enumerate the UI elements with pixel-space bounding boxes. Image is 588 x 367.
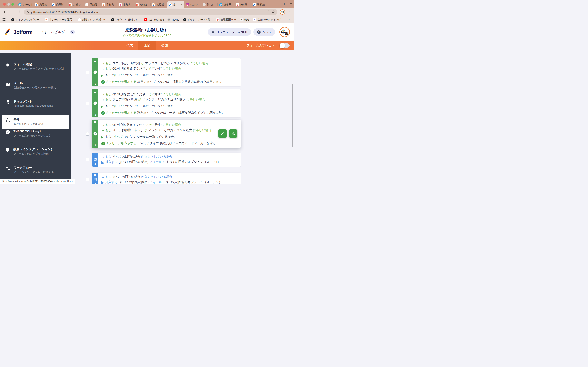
bookmark-item[interactable]: ●アイフラッググルー... (10, 17, 43, 22)
edit-condition-button[interactable] (218, 129, 227, 138)
condition-drag-band[interactable]: ✓2 (92, 89, 98, 117)
play-icon (101, 103, 105, 109)
tab-search-chevron-icon[interactable] (288, 0, 294, 8)
condition-card-3[interactable]: ✓3→もし Q1 性別を教えてください が "男性" に等しい場合→もし スコア… (92, 120, 241, 148)
condition-drag-band[interactable]: ✓3 (92, 120, 98, 148)
drag-handle-icon[interactable] (94, 174, 96, 177)
new-tab-button[interactable]: + (282, 2, 287, 7)
condition-card-2[interactable]: ✓2→もし Q1 性別を教えてください が "男性" に等しい場合→もし スコア… (92, 89, 241, 117)
sidebar-item-workflow[interactable]: ワークフローフォームをワークフローに変える (0, 165, 71, 174)
close-window-button[interactable] (3, 3, 6, 6)
zoom-icon[interactable] (267, 10, 270, 14)
browser-tab[interactable]: 診断結 (251, 2, 268, 8)
browser-tab[interactable]: Pメール｜ (17, 2, 34, 8)
browser-tab[interactable]: P編集画 (218, 2, 234, 8)
form-preview-toggle[interactable] (280, 43, 290, 48)
product-switcher[interactable]: フォームビルダー (40, 30, 75, 34)
sidebar-item-documents[interactable]: ドキュメントTurn submissions into documents (0, 99, 71, 108)
condition-card-5[interactable]: 5→もし すべての回答の結合 が入力されている場合挿入する {すべての回答の結合… (92, 173, 241, 184)
browser-tab[interactable]: 恋愛診 (151, 2, 167, 8)
scrollbar-thumb[interactable] (292, 84, 293, 147)
bookmark-item[interactable]: ●ログイン ‹ 婚活サロ... (110, 17, 142, 22)
bookmarks-overflow-chevron[interactable]: » (288, 18, 292, 21)
browser-tab[interactable]: オ宇都宮 (100, 2, 117, 8)
close-tab-icon[interactable]: × (180, 3, 182, 6)
builder-tab-作成[interactable]: 作成 (121, 41, 138, 50)
account-avatar[interactable]: 恋婚 (279, 27, 290, 37)
browser-tab[interactable]: オ予約履 (84, 2, 100, 8)
builder-nav-tabs: 作成設定公開 (121, 41, 173, 50)
bookmark-item[interactable]: ◍HOME (166, 17, 181, 22)
condition-drag-band[interactable]: ✓1 (92, 58, 98, 86)
jotform-logo[interactable]: Jotform (4, 28, 33, 36)
condition-checkbox[interactable] (86, 178, 89, 182)
sidebar-item-title: フォーム設定 (13, 62, 67, 67)
sidebar-item-conditions[interactable]: 条件条件付きロジックを設定 (2, 115, 69, 129)
bookmark-star-icon[interactable] (272, 10, 275, 14)
apps-grid-icon[interactable] (2, 18, 6, 22)
browser-tab[interactable]: オ宇都宮 (117, 2, 134, 8)
url-text[interactable]: jotform.com/build/251911233633046/settin… (31, 11, 265, 14)
condition-card-4[interactable]: 4→もし すべての回答の結合 が入力されている場合挿入する {すべての回答の結合… (92, 152, 241, 167)
browser-tab[interactable]: MRe: 診 (234, 2, 251, 8)
address-bar[interactable]: jotform.com/build/251911233633046/settin… (24, 9, 277, 15)
bookmark-item[interactable]: G婚活サロン 恋婚 - G... (77, 17, 109, 22)
browser-tab[interactable]: 新しい (201, 2, 218, 8)
zoom-window-button[interactable] (11, 3, 14, 6)
sidebar-item-integrations[interactable]: 統合（インテグレーション）フォームを他のアプリに接続 (0, 147, 71, 156)
browser-tab[interactable]: Mkonka (134, 2, 151, 8)
condition-checkbox[interactable] (86, 71, 89, 74)
sidebar-item-thankyou[interactable]: THANK YOUページフォーム送信後のページを設定 (0, 129, 71, 138)
jotform-favicon-icon (253, 3, 256, 6)
chevron-down-icon[interactable] (70, 30, 75, 34)
add-collaborator-button[interactable]: コラボレーターを追加 (208, 28, 251, 36)
sidebar-item-emails[interactable]: メール自動返信メールや通知メールの設定 (0, 81, 71, 90)
condition-checkbox[interactable] (86, 158, 89, 161)
condition-checkbox[interactable] (86, 101, 89, 105)
bookmark-item[interactable]: M【ホームページ運用... (43, 17, 76, 22)
site-info-icon[interactable] (26, 10, 30, 14)
builder-tab-公開[interactable]: 公開 (156, 41, 173, 50)
help-button[interactable]: ? ヘルプ (253, 28, 275, 36)
check-icon: ✓ (101, 110, 105, 115)
condition-rule-line: ✓メッセージを表示する 経営者タイプ あなたは「行動力と決断力に優れた経営者タ.… (101, 79, 237, 84)
browser-tab[interactable]: M古橋で (67, 2, 84, 8)
condition-card-1[interactable]: ✓1→もし スコア長女・経営者 が マックス どのカテゴリが最大 に等しい場合→… (92, 58, 241, 86)
sidebar-item-title: THANK YOUページ (13, 129, 67, 133)
bookmark-item[interactable]: ●ダッシュボード ‹ 婚... (182, 17, 214, 22)
browser-menu-icon[interactable] (286, 9, 292, 15)
browser-tab[interactable]: 恋愛診 (50, 2, 67, 8)
condition-checkbox[interactable] (86, 132, 89, 136)
rule-text: もし すべての回答の結合 が入力されている場合 (105, 174, 172, 179)
dark-favicon-icon: ● (183, 18, 186, 21)
minimize-window-button[interactable] (7, 3, 10, 6)
bookmark-item[interactable]: »店舗マーケティング... (252, 17, 285, 22)
generic-favicon-icon (203, 3, 206, 6)
builder-tab-設定[interactable]: 設定 (138, 41, 156, 50)
drag-handle-icon[interactable] (94, 91, 96, 93)
forward-button[interactable] (9, 9, 15, 15)
back-button[interactable] (2, 9, 8, 15)
bookmark-item[interactable]: オ管理画面TOP (215, 17, 237, 22)
reload-button[interactable] (16, 9, 22, 15)
browser-tab-strip: Pメール｜恋愛診恋愛診M古橋でオ予約履オ宇都宮オ宇都宮Mkonka恋愛診恋×パス… (0, 0, 294, 8)
condition-drag-band[interactable]: 4 (92, 152, 98, 167)
bookmark-item[interactable]: ▶(13) YouTube (143, 17, 165, 22)
drag-handle-icon[interactable] (94, 59, 96, 62)
drag-handle-icon[interactable] (94, 154, 96, 157)
browser-tab-active[interactable]: 恋× (167, 1, 184, 8)
youtube-favicon-icon: ▶ (144, 18, 147, 21)
condition-drag-band[interactable]: 5 (92, 173, 98, 184)
browser-tab[interactable]: 恋愛診 (34, 2, 50, 8)
form-title[interactable]: 恋愛診断（お試し版） (123, 27, 172, 33)
browser-tab[interactable]: パスワ (184, 2, 201, 8)
bookmark-label: 店舗マーケティング... (258, 18, 283, 21)
sidebar-item-form-settings[interactable]: フォーム設定フォームのステータスとプロパティを設定 (0, 62, 71, 71)
condition-settings-button[interactable] (229, 129, 237, 138)
person-icon (211, 30, 215, 34)
tab-title: 診断結 (257, 3, 266, 7)
bookmark-item[interactable]: MMDS (238, 17, 251, 22)
window-controls[interactable] (0, 3, 17, 8)
profile-avatar[interactable]: 恋婚 (280, 9, 285, 15)
drag-handle-icon[interactable] (94, 121, 96, 124)
